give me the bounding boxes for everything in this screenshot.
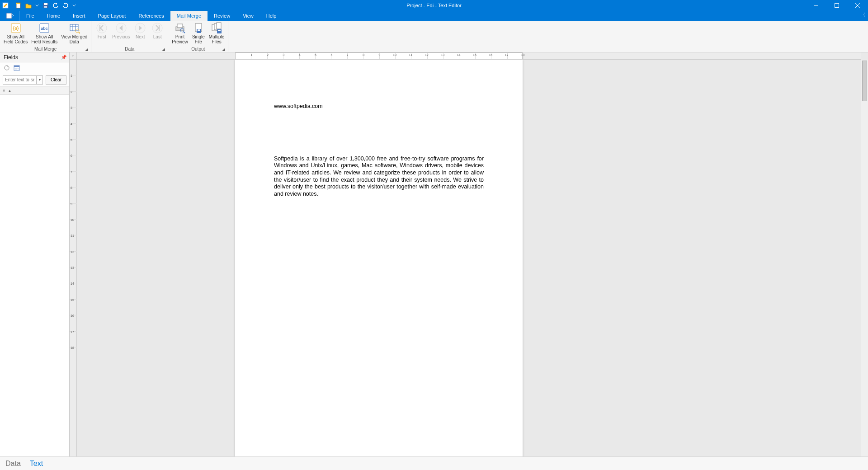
col-symbol[interactable]: # (3, 89, 5, 93)
status-tab-text[interactable]: Text (30, 460, 43, 468)
qat-new-icon[interactable] (15, 2, 22, 9)
ribbon-btn-single-file[interactable]: Single File (190, 21, 207, 45)
ribbon-btn-print-preview[interactable]: Print Preview (170, 21, 190, 45)
ribbon-btn-label: First (98, 34, 106, 39)
group-launcher-icon[interactable]: ◢ (221, 47, 226, 52)
ribbon-btn-nav-last: Last (149, 21, 166, 40)
ribbon-tab-review[interactable]: Review (208, 11, 236, 21)
svg-rect-10 (6, 13, 12, 19)
close-button[interactable] (847, 0, 868, 11)
svg-rect-4 (44, 3, 47, 5)
multiple-files-icon (211, 22, 222, 34)
qat-open-icon[interactable] (25, 2, 32, 9)
svg-rect-28 (177, 24, 183, 28)
ruler-corner: ⌐ (70, 52, 77, 60)
ribbon-btn-nav-next: Next (132, 21, 149, 40)
svg-rect-41 (14, 66, 19, 67)
svg-point-21 (97, 23, 107, 33)
document-page[interactable]: www.softpedia.com Softpedia is a library… (235, 60, 523, 456)
qat-customize-dropdown-icon[interactable] (72, 2, 76, 9)
app-menu-button[interactable] (0, 11, 20, 21)
qat-redo-icon[interactable] (62, 2, 69, 9)
clear-button[interactable]: Clear (46, 75, 66, 85)
ribbon-tab-file[interactable]: File (20, 11, 41, 21)
minimize-button[interactable] (806, 0, 826, 11)
ribbon-tab-page-layout[interactable]: Page Layout (92, 11, 132, 21)
ribbon-tab-help[interactable]: Help (260, 11, 283, 21)
svg-rect-2 (16, 3, 20, 4)
ribbon-group-mail-merge: {a}Show All Field CodesabcShow All Field… (0, 21, 91, 52)
document-scroll[interactable]: www.softpedia.com Softpedia is a library… (77, 60, 861, 456)
group-launcher-icon[interactable]: ◢ (160, 47, 166, 52)
qat-open-dropdown-icon[interactable] (35, 2, 39, 9)
ribbon-btn-nav-prev: Previous (110, 21, 132, 40)
ribbon-group-output: Print PreviewSingle FileMultiple Files O… (168, 21, 228, 52)
calendar-icon[interactable] (14, 65, 20, 71)
group-label: Output (191, 47, 205, 52)
svg-rect-36 (217, 23, 221, 29)
refresh-icon[interactable] (4, 65, 10, 71)
panel-title: Fields (4, 54, 18, 61)
document-body-text: Softpedia is a library of over 1,300,000… (274, 155, 484, 198)
ribbon-btn-label: Show All Field Codes (4, 34, 28, 44)
maximize-button[interactable] (826, 0, 847, 11)
nav-last-icon (151, 22, 163, 34)
ribbon-btn-view-merged[interactable]: View Merged Data (59, 21, 89, 45)
ribbon-btn-label: Single File (192, 34, 205, 44)
ribbon-collapse-icon[interactable]: 〈 (861, 12, 865, 18)
ribbon-group-data: FirstPreviousNextLast Data◢ (91, 21, 168, 52)
single-file-icon (193, 22, 204, 34)
qat-undo-icon[interactable] (52, 2, 59, 9)
status-tab-data[interactable]: Data (5, 460, 21, 468)
ribbon-tab-home[interactable]: Home (41, 11, 66, 21)
field-results-icon: abc (38, 22, 50, 34)
editor-area: ⌐ www.softpedia.com Softpedia is a libra… (70, 52, 868, 456)
nav-first-icon (96, 22, 108, 34)
vertical-scrollbar[interactable] (861, 60, 868, 456)
ribbon-btn-field-codes[interactable]: {a}Show All Field Codes (2, 21, 29, 45)
fields-list-body (0, 95, 69, 456)
svg-rect-15 (70, 24, 78, 31)
col-sort-icon[interactable]: ▲ (8, 89, 12, 93)
status-bar: DataText (0, 456, 868, 470)
qat-save-icon[interactable] (42, 2, 49, 9)
ribbon-tab-mail-merge[interactable]: Mail Merge (170, 11, 208, 21)
ribbon-btn-label: Print Preview (172, 34, 188, 44)
ribbon-btn-multiple-files[interactable]: Multiple Files (207, 21, 226, 45)
main-area: Fields📌 ▾ Clear # ▲ ⌐ www.softpedia.com … (0, 52, 868, 456)
scrollbar-thumb[interactable] (862, 61, 867, 101)
field-codes-icon: {a} (10, 22, 22, 34)
ribbon-tab-references[interactable]: References (132, 11, 170, 21)
svg-rect-33 (198, 29, 200, 31)
panel-pin-icon[interactable]: 📌 (61, 55, 66, 60)
svg-line-30 (184, 32, 185, 33)
group-label: Mail Merge (34, 47, 57, 52)
svg-line-20 (79, 32, 80, 33)
search-dropdown-icon[interactable]: ▾ (37, 75, 43, 85)
nav-next-icon (134, 22, 146, 34)
svg-rect-7 (835, 4, 839, 8)
view-merged-icon (68, 22, 80, 34)
vertical-ruler[interactable] (70, 60, 77, 456)
ribbon-tab-view[interactable]: View (236, 11, 260, 21)
svg-point-25 (152, 23, 162, 33)
ribbon-btn-label: Next (136, 34, 145, 39)
group-launcher-icon[interactable]: ◢ (84, 47, 89, 52)
panel-search-row: ▾ Clear (0, 73, 69, 87)
svg-text:{a}: {a} (13, 26, 19, 31)
document-url-line: www.softpedia.com (274, 103, 484, 110)
fields-search-input[interactable] (3, 75, 37, 85)
fields-panel: Fields📌 ▾ Clear # ▲ (0, 52, 70, 456)
ribbon-btn-field-results[interactable]: abcShow All Field Results (29, 21, 59, 45)
panel-toolbar (0, 62, 69, 73)
ribbon-tab-insert[interactable]: Insert (66, 11, 92, 21)
horizontal-ruler[interactable] (77, 52, 861, 60)
print-preview-icon (174, 22, 186, 34)
group-label: Data (125, 47, 134, 52)
svg-text:abc: abc (41, 26, 48, 31)
ribbon-btn-label: Last (153, 34, 162, 39)
fields-list-header: # ▲ (0, 87, 69, 95)
qat-edit-icon[interactable] (2, 2, 9, 9)
title-bar: Project - Edi - Text Editor (0, 0, 868, 11)
ribbon-btn-label: Show All Field Results (31, 34, 57, 44)
